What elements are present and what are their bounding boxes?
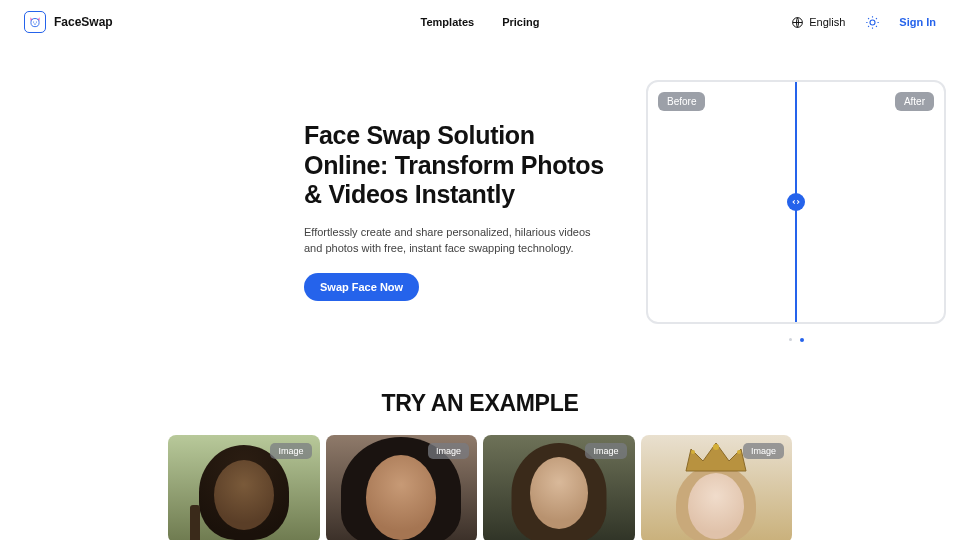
example-type-badge: Image bbox=[743, 443, 784, 459]
cat-face-icon bbox=[24, 11, 46, 33]
example-type-badge: Image bbox=[428, 443, 469, 459]
before-after-compare[interactable]: Before After bbox=[646, 80, 946, 324]
hero-title: Face Swap Solution Online: Transform Pho… bbox=[304, 121, 614, 210]
svg-point-1 bbox=[33, 21, 34, 22]
svg-point-0 bbox=[31, 19, 39, 27]
portrait-placeholder bbox=[530, 457, 588, 529]
crown-icon bbox=[681, 441, 751, 475]
examples-title: TRY AN EXAMPLE bbox=[0, 390, 960, 417]
hero-section: Face Swap Solution Online: Transform Pho… bbox=[0, 44, 960, 342]
portrait-placeholder bbox=[688, 473, 744, 539]
globe-icon bbox=[791, 16, 804, 29]
sun-icon bbox=[865, 15, 880, 30]
svg-point-2 bbox=[36, 21, 37, 22]
before-badge: Before bbox=[658, 92, 705, 111]
svg-point-6 bbox=[691, 450, 695, 454]
brand-name: FaceSwap bbox=[54, 15, 113, 29]
language-label: English bbox=[809, 16, 845, 28]
examples-row: Image Image Image Image bbox=[0, 435, 960, 540]
carousel-dot-0[interactable] bbox=[789, 338, 792, 341]
compare-handle[interactable] bbox=[787, 193, 805, 211]
examples-section: TRY AN EXAMPLE Image Image Image Image bbox=[0, 390, 960, 540]
nav-templates[interactable]: Templates bbox=[421, 16, 475, 28]
horizontal-resize-icon bbox=[791, 197, 801, 207]
portrait-placeholder bbox=[190, 505, 200, 540]
after-badge: After bbox=[895, 92, 934, 111]
carousel-dot-1[interactable] bbox=[800, 338, 804, 342]
hero-preview: Before After bbox=[646, 80, 946, 342]
carousel-dots bbox=[646, 338, 946, 342]
language-selector[interactable]: English bbox=[791, 16, 845, 29]
example-card-1[interactable]: Image bbox=[326, 435, 478, 540]
swap-face-button[interactable]: Swap Face Now bbox=[304, 273, 419, 301]
portrait-placeholder bbox=[366, 455, 436, 540]
signin-link[interactable]: Sign In bbox=[899, 16, 936, 28]
hero-copy: Face Swap Solution Online: Transform Pho… bbox=[152, 121, 614, 301]
svg-point-4 bbox=[870, 20, 875, 25]
header-actions: English Sign In bbox=[791, 13, 936, 31]
svg-point-7 bbox=[737, 450, 741, 454]
example-card-3[interactable]: Image bbox=[641, 435, 793, 540]
brand-block[interactable]: FaceSwap bbox=[24, 11, 113, 33]
main-nav: Templates Pricing bbox=[421, 16, 540, 28]
portrait-placeholder bbox=[214, 460, 274, 530]
svg-point-5 bbox=[713, 444, 719, 450]
example-card-0[interactable]: Image bbox=[168, 435, 320, 540]
nav-pricing[interactable]: Pricing bbox=[502, 16, 539, 28]
theme-toggle[interactable] bbox=[863, 13, 881, 31]
example-type-badge: Image bbox=[270, 443, 311, 459]
hero-subtitle: Effortlessly create and share personaliz… bbox=[304, 224, 594, 257]
example-type-badge: Image bbox=[585, 443, 626, 459]
site-header: FaceSwap Templates Pricing English Sign … bbox=[0, 0, 960, 44]
example-card-2[interactable]: Image bbox=[483, 435, 635, 540]
